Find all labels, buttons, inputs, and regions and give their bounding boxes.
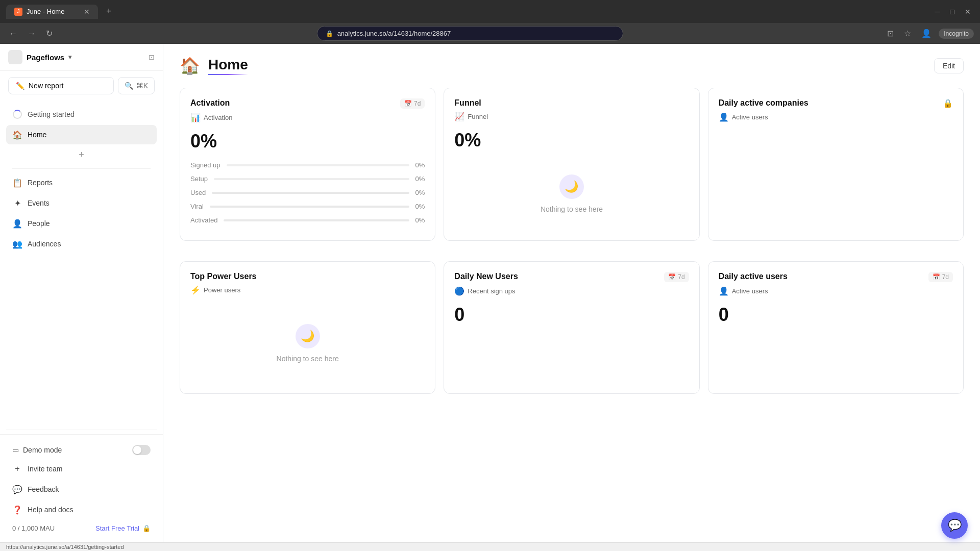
brand-button[interactable]: Pageflows ▾: [8, 50, 71, 64]
sidebar-item-events[interactable]: ✦ Events: [6, 193, 157, 213]
activation-row-used: Used 0%: [190, 186, 425, 199]
row-val: 0%: [415, 203, 425, 210]
brand-logo: [8, 50, 22, 64]
demo-mode-toggle[interactable]: [132, 445, 151, 455]
row-bar: [214, 178, 409, 180]
calendar-icon: 📅: [404, 100, 412, 107]
home-icon: 🏠: [12, 130, 22, 140]
dac-empty-state: [719, 151, 953, 230]
sidebar-divider: [12, 168, 151, 169]
home-label: Home: [28, 131, 46, 139]
row-label: Activated: [190, 216, 217, 224]
sidebar-item-people[interactable]: 👤 People: [6, 214, 157, 233]
tab-title: June - Home: [27, 8, 64, 15]
sidebar-collapse-button[interactable]: ⊡: [149, 53, 155, 61]
tab-favicon: J: [14, 8, 22, 16]
minimize-button[interactable]: ─: [932, 7, 943, 17]
address-bar[interactable]: 🔒 analytics.june.so/a/14631/home/28867: [317, 26, 623, 41]
forward-button[interactable]: →: [24, 27, 39, 40]
funnel-subtitle: 📈 Funnel: [454, 112, 689, 121]
sidebar-item-audiences[interactable]: 👥 Audiences: [6, 234, 157, 254]
new-report-icon: ✏️: [16, 82, 24, 90]
app-container: Pageflows ▾ ⊡ ✏️ New report 🔍 ⌘K Getting…: [0, 44, 980, 542]
cta-lock-icon: 🔒: [142, 524, 151, 532]
add-item-button[interactable]: +: [75, 147, 88, 162]
dashboard-grid-bottom: Top Power Users ⚡ Power users 🌙 Nothing …: [163, 257, 980, 410]
dau-sub-icon: 👤: [719, 286, 729, 296]
mau-text: 0 / 1,000 MAU: [12, 524, 55, 532]
sidebar-item-home[interactable]: 🏠 Home: [6, 125, 157, 144]
card-top-power-users: Top Power Users ⚡ Power users 🌙 Nothing …: [180, 261, 435, 394]
activation-value: 0%: [190, 131, 425, 152]
back-button[interactable]: ←: [6, 27, 20, 40]
nothing-text: Nothing to see here: [541, 205, 603, 213]
reports-label: Reports: [28, 179, 53, 187]
search-shortcut: ⌘K: [136, 82, 148, 90]
demo-mode-icon: ▭: [12, 446, 19, 454]
sidebar-actions: ✏️ New report 🔍 ⌘K: [0, 71, 163, 101]
activation-rows: Signed up 0% Setup 0% Used 0%: [190, 158, 425, 230]
dau-sub-text: Active users: [732, 287, 768, 295]
activation-sub-icon: 📊: [190, 113, 201, 122]
close-button[interactable]: ✕: [962, 7, 974, 17]
people-icon: 👤: [12, 218, 22, 229]
search-button[interactable]: 🔍 ⌘K: [118, 77, 155, 94]
card-daily-active-users: Daily active users 📅 7d 👤 Active users 0: [708, 261, 964, 394]
edit-button[interactable]: Edit: [934, 58, 964, 73]
dnu-value: 0: [454, 304, 689, 325]
sidebar: Pageflows ▾ ⊡ ✏️ New report 🔍 ⌘K Getting…: [0, 44, 163, 542]
sidebar-item-getting-started[interactable]: Getting started: [6, 105, 157, 124]
refresh-button[interactable]: ↻: [43, 27, 56, 40]
extensions-icon[interactable]: ⊡: [884, 27, 897, 40]
dnu-badge: 📅 7d: [664, 272, 689, 282]
activation-subtitle: 📊 Activation: [190, 113, 425, 122]
new-report-button[interactable]: ✏️ New report: [8, 77, 114, 94]
sidebar-item-feedback[interactable]: 💬 Feedback: [6, 480, 157, 499]
maximize-button[interactable]: □: [947, 7, 958, 17]
toolbar-actions: ⊡ ☆ 👤 Incognito: [884, 27, 974, 40]
cta-label: Start Free Trial: [95, 524, 139, 532]
funnel-sub-text: Funnel: [468, 113, 488, 120]
status-url: https://analytics.june.so/a/14631/gettin…: [6, 544, 124, 550]
sidebar-item-reports[interactable]: 📋 Reports: [6, 173, 157, 192]
dnu-sub-icon: 🔵: [454, 286, 464, 296]
browser-tab[interactable]: J June - Home ✕: [6, 5, 98, 19]
feedback-label: Feedback: [28, 485, 59, 493]
browser-toolbar: ← → ↻ 🔒 analytics.june.so/a/14631/home/2…: [0, 23, 980, 44]
card-dnu-header: Daily New Users 📅 7d: [454, 272, 689, 282]
card-activation-header: Activation 📅 7d: [190, 98, 425, 109]
invite-icon: +: [12, 464, 22, 474]
funnel-sub-icon: 📈: [454, 112, 464, 121]
start-free-trial-button[interactable]: Start Free Trial 🔒: [95, 524, 151, 532]
tpu-sub-text: Power users: [204, 286, 240, 294]
dnu-calendar-icon: 📅: [668, 273, 676, 281]
profile-icon[interactable]: 👤: [918, 27, 935, 40]
window-controls: ─ □ ✕: [932, 7, 974, 17]
dac-title: Daily active companies: [719, 98, 808, 108]
sidebar-item-invite-team[interactable]: + Invite team: [6, 459, 157, 479]
funnel-title: Funnel: [454, 98, 481, 108]
dnu-title: Daily New Users: [454, 272, 518, 281]
row-bar: [227, 164, 409, 166]
audiences-label: Audiences: [28, 240, 61, 248]
chat-button[interactable]: 💬: [941, 512, 968, 539]
new-tab-button[interactable]: +: [102, 4, 116, 19]
tpu-subtitle: ⚡ Power users: [190, 285, 425, 295]
url-text: analytics.june.so/a/14631/home/28867: [337, 30, 451, 37]
browser-titlebar: J June - Home ✕ + ─ □ ✕: [0, 0, 980, 23]
sidebar-item-help[interactable]: ❓ Help and docs: [6, 500, 157, 519]
dau-subtitle: 👤 Active users: [719, 286, 953, 296]
tab-close-button[interactable]: ✕: [84, 8, 90, 16]
people-label: People: [28, 219, 50, 228]
tpu-title: Top Power Users: [190, 272, 257, 281]
sidebar-nav: Getting started 🏠 Home + 📋 Reports ✦ Eve…: [0, 101, 163, 425]
dashboard-grid-top: Activation 📅 7d 📊 Activation 0% Signed u…: [163, 84, 980, 257]
new-report-label: New report: [29, 82, 63, 90]
chat-icon: 💬: [948, 519, 962, 532]
status-bar: https://analytics.june.so/a/14631/gettin…: [0, 542, 980, 551]
mau-bar: 0 / 1,000 MAU Start Free Trial 🔒: [6, 520, 157, 536]
bookmark-icon[interactable]: ☆: [901, 27, 914, 40]
browser-chrome: J June - Home ✕ + ─ □ ✕ ← → ↻ 🔒 analytic…: [0, 0, 980, 44]
row-label: Signed up: [190, 161, 220, 169]
page-icon: 🏠: [180, 56, 200, 76]
